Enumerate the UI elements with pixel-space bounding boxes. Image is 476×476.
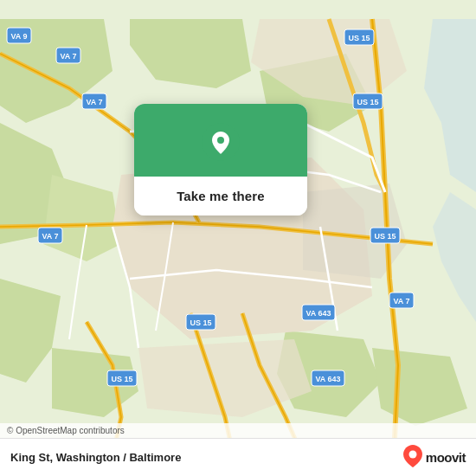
svg-text:VA 7: VA 7 <box>42 232 58 241</box>
bottom-bar: King St, Washington / Baltimore moovit <box>0 438 476 476</box>
svg-text:VA 7: VA 7 <box>86 98 102 106</box>
moovit-pin-icon <box>403 445 422 470</box>
svg-text:US 15: US 15 <box>348 34 370 42</box>
map-container: VA 9 VA 7 US 15 VA 7 US 15 VA 7 US 15 VA… <box>0 0 476 476</box>
svg-point-27 <box>408 451 416 459</box>
location-label: King St, Washington / Baltimore <box>10 451 181 464</box>
card-top <box>134 104 307 177</box>
svg-text:US 15: US 15 <box>357 98 378 106</box>
svg-text:VA 7: VA 7 <box>60 52 76 61</box>
take-me-there-button[interactable]: Take me there <box>134 177 307 215</box>
location-pin-icon <box>202 123 240 161</box>
svg-text:VA 7: VA 7 <box>393 297 409 306</box>
location-card: Take me there <box>134 104 307 215</box>
map-svg: VA 9 VA 7 US 15 VA 7 US 15 VA 7 US 15 VA… <box>0 0 476 476</box>
svg-point-26 <box>217 137 224 144</box>
svg-text:US 15: US 15 <box>190 318 211 327</box>
svg-text:VA 9: VA 9 <box>10 32 27 41</box>
svg-text:VA 643: VA 643 <box>315 375 340 383</box>
svg-text:US 15: US 15 <box>374 232 396 241</box>
attribution-text: © OpenStreetMap contributors <box>7 426 125 435</box>
moovit-logo: moovit <box>403 445 466 470</box>
moovit-text: moovit <box>426 450 466 465</box>
svg-text:US 15: US 15 <box>111 375 132 383</box>
attribution-bar: © OpenStreetMap contributors <box>0 423 476 438</box>
svg-text:VA 643: VA 643 <box>306 309 331 318</box>
